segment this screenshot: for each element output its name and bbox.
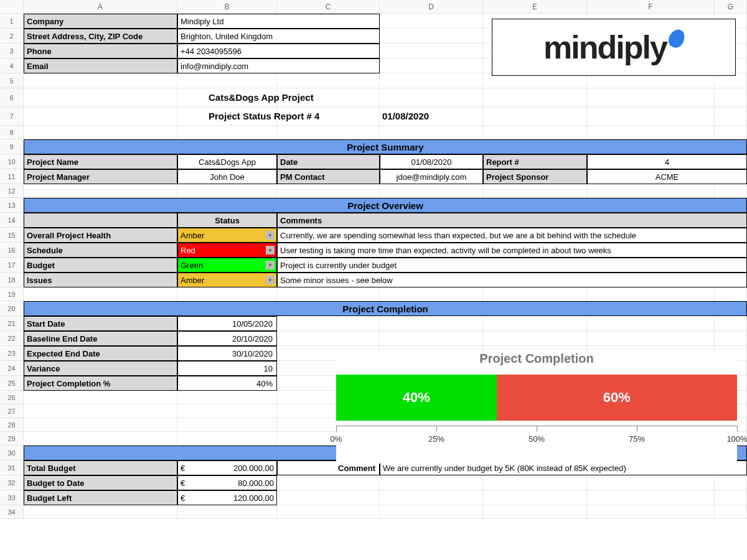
row-header[interactable]: 33 bbox=[0, 490, 23, 505]
row-header[interactable]: 17 bbox=[0, 258, 23, 273]
axis-tick-label: 75% bbox=[629, 434, 645, 444]
row-header[interactable]: 32 bbox=[0, 475, 23, 490]
completion-label: Baseline End Date bbox=[24, 331, 177, 346]
overview-empty bbox=[24, 213, 177, 228]
corner-cell[interactable] bbox=[0, 0, 24, 13]
col-header[interactable]: A bbox=[24, 0, 177, 13]
col-header[interactable]: E bbox=[483, 0, 587, 13]
proj-name-value[interactable]: Cats&Dogs App bbox=[177, 154, 277, 169]
overview-status-hdr: Status bbox=[177, 213, 277, 228]
row-header[interactable]: 3 bbox=[0, 44, 23, 58]
completion-label: Start Date bbox=[24, 316, 177, 331]
row-header[interactable]: 12 bbox=[0, 184, 23, 198]
chart-title: Project Completion bbox=[336, 352, 737, 366]
budget-value[interactable]: €200.000,00 bbox=[177, 460, 277, 475]
report-value[interactable]: 4 bbox=[587, 154, 747, 169]
row-header[interactable]: 27 bbox=[0, 404, 23, 418]
chart-axis: 0%25%50%75%100% bbox=[336, 426, 737, 450]
row-header[interactable]: 21 bbox=[0, 316, 23, 331]
col-header[interactable]: G bbox=[715, 0, 747, 13]
row-header[interactable]: 26 bbox=[0, 391, 23, 404]
row-header[interactable]: 11 bbox=[0, 169, 23, 184]
company-label: Email bbox=[24, 58, 177, 73]
company-value[interactable]: +44 2034095596 bbox=[177, 44, 380, 58]
row-header[interactable]: 24 bbox=[0, 361, 23, 376]
completion-value[interactable]: 10/05/2020 bbox=[177, 316, 277, 331]
section-summary: Project Summary bbox=[24, 139, 747, 154]
row-header[interactable]: 5 bbox=[0, 73, 23, 88]
row-header[interactable]: 7 bbox=[0, 107, 23, 126]
row-header[interactable]: 23 bbox=[0, 346, 23, 361]
date-label: Date bbox=[277, 154, 380, 169]
row-header[interactable]: 29 bbox=[0, 432, 23, 446]
row-header[interactable]: 6 bbox=[0, 88, 23, 107]
overview-comment[interactable]: Project is currently under budget bbox=[277, 258, 747, 273]
row-header[interactable]: 18 bbox=[0, 273, 23, 287]
budget-value[interactable]: €80.000,00 bbox=[177, 475, 277, 490]
row-header[interactable]: 25 bbox=[0, 376, 23, 391]
company-label: Phone bbox=[24, 44, 177, 58]
company-value[interactable]: Brighton, United Kingdom bbox=[177, 29, 380, 44]
col-header[interactable]: F bbox=[587, 0, 715, 13]
report-title: Project Status Report # 4 bbox=[177, 107, 380, 126]
chevron-down-icon[interactable]: ▼ bbox=[266, 246, 275, 254]
logo: mindiply bbox=[492, 19, 736, 76]
status-dropdown[interactable]: Amber▼ bbox=[177, 273, 277, 287]
company-value[interactable]: info@mindiply.com bbox=[177, 58, 380, 73]
budget-label: Total Budget bbox=[24, 460, 177, 475]
row-header[interactable]: 22 bbox=[0, 331, 23, 346]
row-header[interactable]: 9 bbox=[0, 139, 23, 154]
chevron-down-icon[interactable]: ▼ bbox=[266, 276, 275, 284]
logo-text: mindiply bbox=[543, 29, 667, 66]
completion-value[interactable]: 40% bbox=[177, 376, 277, 391]
row-header[interactable]: 2 bbox=[0, 29, 23, 44]
chevron-down-icon[interactable]: ▼ bbox=[266, 231, 275, 240]
company-label: Street Address, City, ZIP Code bbox=[24, 29, 177, 44]
report-date: 01/08/2020 bbox=[380, 107, 483, 126]
row-header[interactable]: 31 bbox=[0, 460, 23, 475]
completion-value[interactable]: 10 bbox=[177, 361, 277, 376]
completion-value[interactable]: 20/10/2020 bbox=[177, 331, 277, 346]
company-label: Company bbox=[24, 14, 177, 29]
pm-value[interactable]: John Doe bbox=[177, 169, 277, 184]
col-header[interactable]: B bbox=[177, 0, 277, 13]
overview-comment[interactable]: Currently, we are spending somewhat less… bbox=[277, 228, 747, 243]
status-dropdown[interactable]: Green▼ bbox=[177, 258, 277, 273]
pmc-value[interactable]: jdoe@mindiply.com bbox=[380, 169, 483, 184]
budget-value[interactable]: €120.000,00 bbox=[177, 490, 277, 505]
row-header[interactable]: 34 bbox=[0, 505, 23, 519]
row-header[interactable]: 20 bbox=[0, 301, 23, 316]
row-header[interactable]: 1 bbox=[0, 14, 23, 29]
row-header[interactable]: 13 bbox=[0, 198, 23, 213]
pm-label: Project Manager bbox=[24, 169, 177, 184]
section-overview: Project Overview bbox=[24, 198, 747, 213]
row-header[interactable]: 16 bbox=[0, 243, 23, 258]
chart-segment: 60% bbox=[497, 375, 737, 421]
status-dropdown[interactable]: Red▼ bbox=[177, 243, 277, 258]
section-completion: Project Completion bbox=[24, 301, 747, 316]
row-header[interactable]: 28 bbox=[0, 418, 23, 432]
overview-comment[interactable]: User testing is taking more time than ex… bbox=[277, 243, 747, 258]
overview-comment[interactable]: Some minor issues - see below bbox=[277, 273, 747, 287]
row-header[interactable]: 19 bbox=[0, 287, 23, 301]
company-value[interactable]: Mindiply Ltd bbox=[177, 14, 380, 29]
date-value[interactable]: 01/08/2020 bbox=[380, 154, 483, 169]
chevron-down-icon[interactable]: ▼ bbox=[266, 261, 275, 269]
axis-tick-label: 25% bbox=[428, 434, 444, 444]
row-header[interactable]: 4 bbox=[0, 58, 23, 73]
col-header[interactable]: D bbox=[380, 0, 483, 13]
sponsor-value[interactable]: ACME bbox=[587, 169, 747, 184]
row-header[interactable]: 15 bbox=[0, 228, 23, 243]
status-dropdown[interactable]: Amber▼ bbox=[177, 228, 277, 243]
completion-value[interactable]: 30/10/2020 bbox=[177, 346, 277, 361]
row-header[interactable]: 14 bbox=[0, 213, 23, 228]
pmc-label: PM Contact bbox=[277, 169, 380, 184]
overview-comments-hdr: Comments bbox=[277, 213, 747, 228]
row-header[interactable]: 30 bbox=[0, 446, 23, 460]
col-header[interactable]: C bbox=[277, 0, 380, 13]
overview-row-label: Schedule bbox=[24, 243, 177, 258]
row-header[interactable]: 10 bbox=[0, 154, 23, 169]
row-headers: 1234567891011121314151617181920212223242… bbox=[0, 14, 24, 519]
axis-tick-label: 50% bbox=[529, 434, 545, 444]
row-header[interactable]: 8 bbox=[0, 126, 23, 139]
